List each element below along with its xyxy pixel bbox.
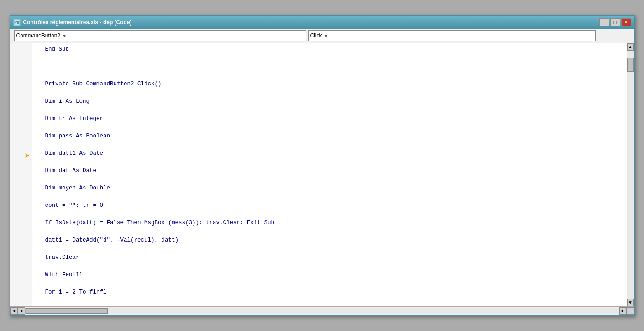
close-button[interactable]: ✕ xyxy=(621,18,631,26)
scroll-left-button-1[interactable]: ◄ xyxy=(10,307,18,315)
horizontal-scrollbar[interactable]: ◄ ◄ ► xyxy=(10,306,627,315)
window-controls: — □ ✕ xyxy=(599,18,631,26)
code-line-highlighted: If .Cells(i, 1) > tr Then tr = .Cells(i,… xyxy=(36,305,623,306)
code-line: Dim moyen As Double xyxy=(36,184,623,193)
event-dropdown-arrow: ▼ xyxy=(324,33,329,38)
app-icon: VB xyxy=(13,19,21,26)
code-line: Dim pass As Boolean xyxy=(36,132,623,141)
code-line: With Feuill xyxy=(36,271,623,279)
code-line: trav.Clear xyxy=(36,253,623,262)
title-bar-left: VB Contrôles réglementaires.xls - dep (C… xyxy=(13,19,132,26)
vertical-scroll-thumb[interactable] xyxy=(627,58,634,72)
event-dropdown-value: Click xyxy=(310,32,322,39)
code-line: cont = "": tr = 0 xyxy=(36,201,623,210)
code-line: For i = 2 To finfl xyxy=(36,288,623,297)
code-line: datt1 = DateAdd("d", -Val(recul), datt) xyxy=(36,236,623,245)
horizontal-scroll-track[interactable] xyxy=(25,308,619,314)
scroll-left-arrows: ◄ ◄ xyxy=(10,307,25,315)
code-line: Dim tr As Integer xyxy=(36,115,623,123)
object-dropdown-arrow: ▼ xyxy=(62,33,67,38)
code-line: Dim i As Long xyxy=(36,97,623,106)
vertical-scrollbar[interactable]: ▲ ▼ xyxy=(627,43,634,306)
code-line: Dim datt1 As Date xyxy=(36,149,623,158)
code-line xyxy=(36,63,623,71)
toolbar: CommandButton2 ▼ Click ▼ xyxy=(10,29,634,43)
code-line: Dim dat As Date xyxy=(36,167,623,175)
maximize-button[interactable]: □ xyxy=(610,18,620,26)
minimize-button[interactable]: — xyxy=(599,18,609,26)
object-dropdown[interactable]: CommandButton2 ▼ xyxy=(14,30,306,41)
bottom-bar: ◄ ◄ ► xyxy=(10,306,634,315)
code-line: Private Sub CommandButton2_Click() xyxy=(36,80,623,89)
scrollbar-corner xyxy=(627,307,634,315)
scroll-up-button[interactable]: ▲ xyxy=(627,43,634,51)
title-bar: VB Contrôles réglementaires.xls - dep (C… xyxy=(10,16,634,29)
code-line: If IsDate(datt) = False Then MsgBox (mes… xyxy=(36,219,623,227)
scroll-down-button[interactable]: ▼ xyxy=(627,299,634,306)
code-line: End Sub xyxy=(36,45,623,54)
main-window: VB Contrôles réglementaires.xls - dep (C… xyxy=(10,15,635,316)
event-dropdown[interactable]: Click ▼ xyxy=(308,30,596,41)
execution-arrow: ➤ xyxy=(24,152,30,159)
scroll-right-button[interactable]: ► xyxy=(619,307,627,315)
object-dropdown-value: CommandButton2 xyxy=(16,32,61,39)
svg-text:VB: VB xyxy=(15,21,19,24)
horizontal-scroll-thumb[interactable] xyxy=(26,308,108,314)
scroll-left-button-2[interactable]: ◄ xyxy=(18,307,25,315)
window-title: Contrôles réglementaires.xls - dep (Code… xyxy=(23,19,132,26)
gutter: ➤ xyxy=(10,43,32,306)
code-area: ➤ End Sub Private Sub CommandButton2_Cli… xyxy=(10,43,634,306)
code-editor[interactable]: End Sub Private Sub CommandButton2_Click… xyxy=(32,43,627,306)
